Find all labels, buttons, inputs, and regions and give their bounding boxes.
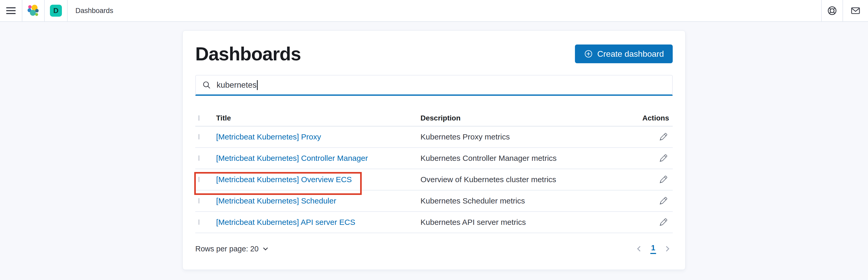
newsfeed-button[interactable] [843,0,868,21]
dashboard-description: Overview of Kubernetes cluster metrics [421,175,631,184]
table-row: [Metricbeat Kubernetes] Proxy Kubernetes… [195,127,673,148]
column-header-title[interactable]: Title [216,114,421,122]
next-page-button[interactable] [663,245,671,253]
edit-button[interactable] [658,152,669,164]
dashboard-description: Kubernetes API server metrics [421,218,631,227]
table-row: [Metricbeat Kubernetes] Scheduler Kubern… [195,191,673,212]
help-life-ring-icon [827,5,837,16]
menu-button[interactable] [0,0,22,21]
table-row: [Metricbeat Kubernetes] API server ECS K… [195,212,673,233]
pagination: 1 [635,244,673,254]
table-footer: Rows per page: 20 1 [195,242,673,256]
row-checkbox[interactable] [198,134,199,139]
chevron-right-icon [663,245,671,253]
dashboard-link[interactable]: [Metricbeat Kubernetes] API server ECS [216,218,355,226]
table-header-row: Title Description Actions [195,110,673,127]
edit-button[interactable] [658,174,669,185]
page-number-1[interactable]: 1 [650,244,656,254]
hamburger-menu-icon [6,7,16,14]
previous-page-button[interactable] [635,245,643,253]
top-navigation-bar: D Dashboards [0,0,868,22]
breadcrumb: Dashboards [68,0,113,21]
edit-button[interactable] [658,217,669,228]
app-badge-section: D [45,0,67,21]
row-checkbox[interactable] [198,198,199,203]
rows-per-page-button[interactable]: Rows per page: 20 [195,245,269,253]
search-input[interactable]: kubernetes [195,75,673,96]
dashboard-link[interactable]: [Metricbeat Kubernetes] Proxy [216,133,321,141]
dashboard-description: Kubernetes Controller Manager metrics [421,154,631,163]
dashboard-link[interactable]: [Metricbeat Kubernetes] Controller Manag… [216,154,368,162]
row-checkbox[interactable] [198,156,199,161]
elastic-logo-link[interactable] [22,0,44,21]
search-icon [202,80,211,90]
column-header-actions: Actions [631,114,673,122]
dashboard-description: Kubernetes Scheduler metrics [421,196,631,205]
table-row: [Metricbeat Kubernetes] Controller Manag… [195,148,673,169]
dashboard-link[interactable]: [Metricbeat Kubernetes] Scheduler [216,196,336,205]
table-row-highlighted: [Metricbeat Kubernetes] Overview ECS Ove… [195,169,673,191]
row-checkbox[interactable] [198,177,199,182]
row-checkbox[interactable] [198,219,199,225]
text-caret [257,80,258,90]
select-all-checkbox[interactable] [198,115,199,121]
dashboards-table: Title Description Actions [Metricbeat Ku… [195,110,673,256]
chevron-left-icon [635,245,643,253]
create-dashboard-label: Create dashboard [597,49,664,59]
dashboard-app-badge: D [50,5,62,17]
elastic-logo [27,4,40,18]
dashboards-panel: Dashboards Create dashboard kubernetes [183,30,685,270]
help-button[interactable] [822,0,842,21]
page-title: Dashboards [195,43,301,64]
rows-per-page-label: Rows per page: 20 [195,245,258,253]
plus-circle-icon [584,49,593,59]
edit-button[interactable] [658,195,669,206]
dashboard-description: Kubernetes Proxy metrics [421,133,631,141]
search-value: kubernetes [217,80,256,90]
chevron-down-icon [262,245,269,252]
dashboard-link[interactable]: [Metricbeat Kubernetes] Overview ECS [216,175,352,184]
envelope-icon [850,5,861,16]
edit-button[interactable] [658,131,669,143]
column-header-description: Description [421,114,631,122]
create-dashboard-button[interactable]: Create dashboard [575,45,673,63]
